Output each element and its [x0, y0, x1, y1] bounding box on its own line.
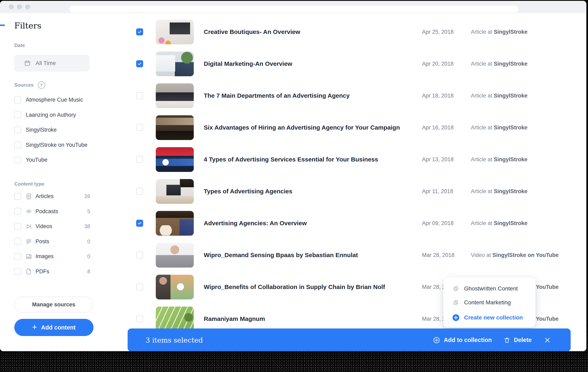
add-to-collection-label: Add to collection — [444, 337, 492, 343]
checkbox[interactable] — [136, 252, 143, 259]
photo-city-billboards — [156, 147, 194, 172]
content-title[interactable]: Wipro_Benefits of Collaboration in Suppl… — [204, 283, 408, 291]
check-icon — [137, 30, 142, 34]
content-title[interactable]: Six Advantages of Hiring an Advertising … — [204, 124, 408, 131]
content-date: Apr 18, 2018 — [422, 93, 465, 99]
content-date: Apr 20, 2018 — [422, 61, 465, 67]
photo-team-meeting-table — [156, 211, 194, 236]
content-date: Apr 13, 2018 — [422, 156, 465, 163]
add-to-collection-button[interactable]: Add to collection — [433, 336, 492, 344]
photo-person-working-on-laptop — [156, 52, 194, 76]
content-date: Apr 11, 2018 — [422, 188, 465, 195]
content-title[interactable]: Digital Marketing-An Overview — [204, 60, 408, 68]
selection-count-text: 3 items selected — [146, 336, 203, 344]
checkbox[interactable] — [136, 315, 143, 322]
checkbox[interactable] — [136, 28, 143, 35]
traffic-light-zoom-icon[interactable] — [25, 4, 30, 9]
content-source: Article at SingylStroke — [471, 61, 528, 67]
content-date: Mar 28, 2018 — [422, 252, 465, 258]
photo-office-desks-chairs — [156, 83, 194, 108]
checkbox[interactable] — [136, 156, 143, 163]
photo-man-with-infographic — [156, 275, 194, 299]
main-area: Filters Date All Time Sources ? Atmosphe… — [0, 13, 586, 351]
content-title[interactable]: Wipro_Demand Sensing Bpaas by Sebastian … — [204, 251, 408, 259]
browser-chrome — [0, 1, 586, 13]
checkbox[interactable] — [136, 188, 143, 195]
content-date: Apr 09, 2018 — [422, 220, 465, 227]
popup-collection-item[interactable]: Create new collection — [452, 314, 523, 322]
check-icon — [137, 221, 142, 225]
close-icon — [544, 336, 551, 344]
content-date: Apr 25, 2018 — [422, 29, 465, 35]
content-row: Advertising Agencies: An Overview Apr 09… — [0, 207, 586, 239]
delete-button[interactable]: Delete — [504, 337, 532, 343]
popup-collection-item[interactable]: Content Marketing — [452, 298, 511, 306]
checkbox[interactable] — [136, 124, 143, 131]
content-row: The 7 Main Departments of an Advertising… — [0, 80, 586, 112]
content-title[interactable]: Advertising Agencies: An Overview — [204, 219, 408, 227]
selection-bar: 3 items selected Add to collection Delet… — [128, 328, 571, 351]
content-source: Article at SingylStroke — [471, 93, 528, 99]
photo-hands-typing-on-laptop-desk — [156, 20, 194, 44]
close-selection-button[interactable] — [544, 336, 551, 344]
app-window: Filters Date All Time Sources ? Atmosphe… — [0, 1, 586, 351]
content-source: Article at SingylStroke — [471, 220, 528, 227]
content-source: Article at SingylStroke — [471, 188, 528, 195]
popup-collection-item[interactable]: Ghostwritten Content — [452, 284, 518, 293]
selection-bar-actions: Add to collection Delete — [433, 336, 551, 344]
popup-item-label: Content Marketing — [464, 299, 511, 306]
trash-icon — [504, 337, 510, 343]
content-source: Article at SingylStroke — [471, 124, 528, 131]
content-source: Article at SingylStroke — [471, 156, 528, 163]
collections-popup: Ghostwritten Content Content Marketing C… — [443, 277, 536, 328]
checkbox[interactable] — [136, 92, 143, 99]
photo-man-in-gray-suit — [156, 243, 194, 268]
checkbox[interactable] — [136, 60, 143, 67]
content-row: Digital Marketing-An Overview Apr 20, 20… — [0, 48, 586, 80]
url-bar[interactable] — [69, 6, 518, 12]
photo-dark-office-interior — [156, 115, 194, 140]
content-row: Types of Advertising Agencies Apr 11, 20… — [0, 175, 586, 207]
copy-icon — [452, 285, 460, 292]
content-title[interactable]: Ramaniyam Magnum — [204, 315, 408, 323]
check-icon — [137, 62, 142, 66]
content-title[interactable]: Types of Advertising Agencies — [204, 187, 408, 195]
content-row: Six Advantages of Hiring an Advertising … — [0, 112, 586, 143]
content-title[interactable]: Creative Boutiques- An Overview — [204, 28, 408, 36]
content-title[interactable]: The 7 Main Departments of an Advertising… — [204, 92, 408, 99]
content-date: Apr 16, 2018 — [422, 124, 465, 131]
content-title[interactable]: 4 Types of Advertising Services Essentia… — [204, 155, 408, 163]
checkbox[interactable] — [136, 220, 143, 227]
popup-item-label: Create new collection — [464, 314, 523, 321]
delete-label: Delete — [514, 337, 532, 343]
content-source: Video at SingylStroke on YouTube — [471, 252, 559, 258]
traffic-light-minimize-icon[interactable] — [17, 4, 22, 9]
copy-icon — [452, 299, 460, 306]
illustration-green-map — [156, 306, 194, 331]
popup-item-label: Ghostwritten Content — [464, 285, 518, 292]
photo-studio-desk-monitor — [156, 179, 194, 204]
checkbox[interactable] — [136, 284, 143, 290]
plus-circle-filled-icon — [452, 314, 460, 321]
content-row: Wipro_Demand Sensing Bpaas by Sebastian … — [0, 239, 586, 271]
content-source: Article at SingylStroke — [471, 29, 528, 35]
plus-circle-icon — [433, 336, 440, 344]
traffic-light-close-icon[interactable] — [9, 4, 14, 9]
content-row: Creative Boutiques- An Overview Apr 25, … — [0, 16, 586, 48]
content-row: 4 Types of Advertising Services Essentia… — [0, 143, 586, 175]
